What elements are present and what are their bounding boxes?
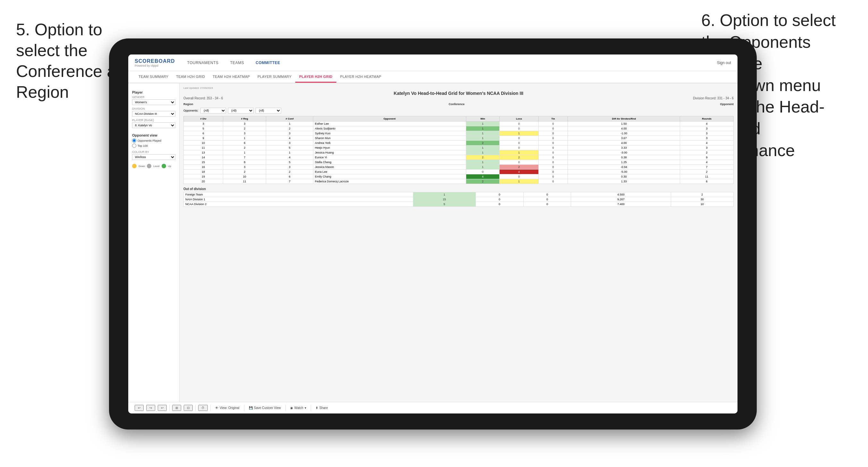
filter-group-opponent: Opponent <box>720 102 734 106</box>
color-dot-up <box>162 164 166 168</box>
table-header-row: # Div # Reg # Conf Opponent Win Loss Tie… <box>184 116 734 122</box>
filter-row: Region Conference Opponent <box>183 102 734 106</box>
toolbar-watch[interactable]: ◉ Watch ▾ <box>288 405 308 410</box>
annotation-right-line1: 6. Option to select <box>701 11 836 30</box>
sidebar-gender-label: Gender <box>132 95 176 99</box>
toolbar-undo[interactable]: ↩ <box>135 405 144 411</box>
out-of-division-table: Foreign Team 1 0 0 4.500 2 NAIA Division… <box>183 192 734 207</box>
toolbar-redo[interactable]: ↩ <box>158 405 167 411</box>
th-reg: # Reg <box>223 116 266 122</box>
color-label-up: Up <box>168 165 171 168</box>
tab-player-h2h-grid[interactable]: PLAYER H2H GRID <box>295 71 336 83</box>
tab-player-h2h-heatmap[interactable]: PLAYER H2H HEATMAP <box>336 71 385 83</box>
sign-out-link[interactable]: Sign out <box>717 61 731 65</box>
th-win: Win <box>466 116 500 122</box>
table-row: 5 2 2 Alexis Sudjianto 1 0 0 4.00 3 <box>184 126 734 131</box>
overall-record: Overall Record: 353 - 34 - 6 <box>183 96 223 100</box>
sidebar-panel: Player Gender Women's Division NCAA Divi… <box>128 83 180 402</box>
table-body: 3 3 1 Esther Lee 1 0 0 1.50 4 5 2 2 Alex… <box>184 122 734 184</box>
color-label-down: Down <box>138 165 145 168</box>
ood-table-row: Foreign Team 1 0 0 4.500 2 <box>184 192 734 197</box>
tablet-screen: SCOREBOARD Powered by clippd TOURNAMENTS… <box>128 55 738 413</box>
toolbar-copy[interactable]: ⊞ <box>172 405 181 411</box>
table-row: 13 1 1 Jessica Huang 1 1 0 -3.00 2 <box>184 150 734 155</box>
logo-text: SCOREBOARD <box>135 58 175 64</box>
app-header: SCOREBOARD Powered by clippd TOURNAMENTS… <box>128 55 738 71</box>
sidebar-gender-select[interactable]: Women's <box>132 99 176 105</box>
sidebar-colour-by-label: Colour by <box>132 150 176 154</box>
last-updated: Last Updated: 27/03/2024 <box>183 87 734 89</box>
toolbar-undo2[interactable]: ↪ <box>146 405 155 411</box>
filter-group-region: Region <box>183 102 193 106</box>
division-record: Division Record: 331 - 34 - 6 <box>693 96 734 100</box>
toolbar-divider-1 <box>169 405 169 411</box>
watch-icon: ◉ <box>290 406 293 410</box>
nav-committee[interactable]: COMMITTEE <box>253 59 283 66</box>
opponent-filter-title: Opponent <box>720 102 734 106</box>
records-row: Overall Record: 353 - 34 - 6 Division Re… <box>183 96 734 100</box>
nav-teams[interactable]: TEAMS <box>228 59 247 66</box>
tab-team-h2h-heatmap[interactable]: TEAM H2H HEATMAP <box>209 71 254 83</box>
sidebar-player-rank-label: Player (Rank) <box>132 119 176 122</box>
radio-top100[interactable]: Top 100 <box>132 144 176 148</box>
region-filter-title: Region <box>183 102 193 106</box>
table-row: 6 3 3 Sydney Kuo 1 1 0 -1.00 3 <box>184 131 734 136</box>
table-row: 3 3 1 Esther Lee 1 0 0 1.50 4 <box>184 122 734 126</box>
table-row: 15 8 5 Stella Cheng 1 0 0 1.25 4 <box>184 160 734 165</box>
th-conf: # Conf <box>266 116 313 122</box>
h2h-data-table: # Div # Reg # Conf Opponent Win Loss Tie… <box>183 116 734 184</box>
th-rounds: Rounds <box>680 116 734 122</box>
ood-table-row: NAIA Division 1 15 0 0 9.267 30 <box>184 197 734 202</box>
ood-table-row: NCAA Division 2 5 0 0 7.400 10 <box>184 202 734 207</box>
nav-right: Sign out <box>717 61 731 65</box>
toolbar-divider-5 <box>285 405 286 411</box>
sidebar-opponent-view-title: Opponent view <box>132 133 176 137</box>
toolbar-divider-4 <box>244 405 244 411</box>
color-dot-level <box>147 164 151 168</box>
region-select[interactable]: (All) <box>200 108 226 114</box>
table-row: 20 11 7 Federica Domecq Lacroze 2 1 0 1.… <box>184 179 734 184</box>
main-nav: TOURNAMENTS TEAMS COMMITTEE <box>185 59 707 66</box>
tab-team-summary[interactable]: TEAM SUMMARY <box>135 71 172 83</box>
toolbar-time[interactable]: ⏱ <box>198 405 208 411</box>
toolbar-divider-3 <box>210 405 211 411</box>
th-tie: Tie <box>538 116 568 122</box>
opponents-label: Opponents: <box>183 109 198 112</box>
toolbar-paste[interactable]: ⊡ <box>184 405 193 411</box>
color-label-level: Level <box>153 165 159 168</box>
nav-tournaments[interactable]: TOURNAMENTS <box>185 59 221 66</box>
annotation-left-line1: 5. Option to <box>16 20 102 39</box>
main-content: Player Gender Women's Division NCAA Divi… <box>128 83 738 402</box>
th-loss: Loss <box>500 116 538 122</box>
table-row: 18 2 2 Euna Lee 0 4 0 -5.00 2 <box>184 169 734 174</box>
tab-team-h2h-grid[interactable]: TEAM H2H GRID <box>172 71 209 83</box>
bottom-toolbar: ↩ ↪ ↩ ⊞ ⊡ ⏱ 👁 View: Original 💾 Save Cust… <box>128 402 738 413</box>
content-panel: Last Updated: 27/03/2024 Katelyn Vo Head… <box>180 83 738 402</box>
opponents-filter-row: Opponents: (All) (All) (All) <box>183 108 734 114</box>
sidebar-player-rank-select[interactable]: 8. Katelyn Vo <box>132 122 176 128</box>
toolbar-share-btn[interactable]: ⬆ Share <box>314 405 330 410</box>
toolbar-save-custom[interactable]: 💾 Save Custom View <box>247 405 283 410</box>
tab-player-summary[interactable]: PLAYER SUMMARY <box>254 71 295 83</box>
toolbar-divider-6 <box>311 405 311 411</box>
table-row: 10 6 3 Andrea York 2 0 0 4.00 4 <box>184 141 734 146</box>
th-diff: Diff Av Strokes/Rnd <box>568 116 680 122</box>
save-icon: 💾 <box>249 406 253 410</box>
opponent-select[interactable]: (All) <box>255 108 281 114</box>
conference-filter-title: Conference <box>448 102 465 106</box>
report-title: Katelyn Vo Head-to-Head Grid for Women's… <box>183 91 734 96</box>
opponent-view-radio-group: Opponents Played Top 100 <box>132 138 176 148</box>
radio-opponents-played[interactable]: Opponents Played <box>132 138 176 143</box>
annotation-left-line4: Region <box>16 83 69 101</box>
tablet-frame: SCOREBOARD Powered by clippd TOURNAMENTS… <box>109 38 757 430</box>
out-of-division-title: Out of division <box>183 187 734 191</box>
color-dot-down <box>132 164 136 168</box>
sidebar-division-select[interactable]: NCAA Division III <box>132 111 176 117</box>
sidebar-colour-by-select[interactable]: Win/loss <box>132 154 176 160</box>
conference-select[interactable]: (All) <box>228 108 254 114</box>
table-row: 11 2 5 Heejo Hyun 1 0 0 3.33 3 <box>184 146 734 150</box>
sidebar-player-title: Player <box>132 90 176 94</box>
color-indicators: Down Level Up <box>132 164 176 168</box>
toolbar-view-original[interactable]: 👁 View: Original <box>213 405 242 410</box>
table-row: 16 3 3 Jessica Mason 1 2 0 -0.94 7 <box>184 165 734 169</box>
